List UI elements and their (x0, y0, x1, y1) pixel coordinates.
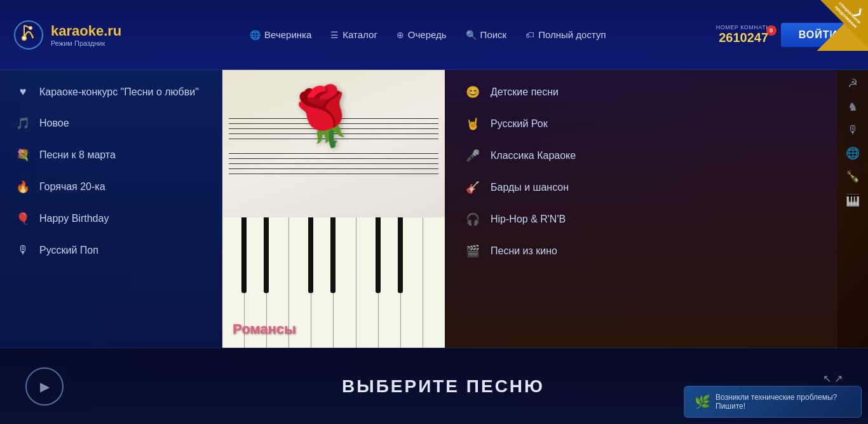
nav-label-search: Поиск (480, 29, 507, 40)
corner-banner: специальноепредложение ❯ (817, 0, 868, 51)
menu-item-label-contest: Караоке-конкурс "Песни о любви" (39, 86, 199, 98)
music-note-icon: 🎵 (15, 116, 31, 130)
guitar-icon: 🎸 (464, 181, 482, 195)
movie-icon: 🎬 (464, 244, 482, 258)
microphone-side-icon[interactable]: 🎙 (847, 123, 858, 137)
menu-item-hiphop[interactable]: 🎧 Hip-Hop & R'N'B (445, 203, 837, 235)
menu-item-new[interactable]: 🎵 Новое (0, 107, 222, 139)
nav-item-full-access[interactable]: 🏷 Полный доступ (526, 29, 606, 40)
right-menu: 😊 Детские песни 🤘 Русский Рок 🎤 Классика… (445, 70, 837, 348)
menu-item-russianrock[interactable]: 🤘 Русский Рок (445, 108, 837, 140)
catalog-icon: ☰ (330, 30, 339, 40)
navbar: karaoke.ru Режим Праздник 🌐 Вечеринка ☰ … (0, 0, 868, 70)
hiphop-icon: 🎧 (464, 212, 482, 226)
bottle-icon[interactable]: 🍾 (846, 170, 860, 184)
logo-title: karaoke.ru (51, 23, 121, 39)
fire-icon: 🔥 (15, 180, 31, 194)
center-image: 🌹 Ром (222, 70, 445, 348)
classics-icon: 🎤 (464, 149, 482, 163)
logo-icon (13, 19, 44, 51)
right-menu-label-classics: Классика Караоке (491, 150, 576, 161)
left-menu: ♥ Караоке-конкурс "Песни о любви" 🎵 Ново… (0, 70, 222, 348)
room-label: НОМЕР КОМНАТЫ (716, 24, 771, 31)
menu-item-movies[interactable]: 🎬 Песни из кино (445, 235, 837, 267)
chess-piece-icon[interactable]: ♞ (848, 100, 858, 114)
play-button[interactable]: ▶ (25, 367, 64, 406)
support-chat-text: Возникли технические проблемы? Пишите! (715, 393, 851, 411)
nav-label-queue: Очередь (408, 29, 447, 40)
menu-item-label-hot20: Горячая 20-ка (39, 181, 105, 193)
support-chat[interactable]: 🌿 Возникли технические проблемы? Пишите! (684, 386, 862, 418)
side-strip: ☭ ♞ 🎙 🌐 🍾 🎹 (837, 70, 868, 348)
right-menu-label-russianrock: Русский Рок (491, 118, 548, 130)
center-label: Романсы (233, 321, 296, 338)
right-menu-label-kids: Детские песни (491, 86, 559, 98)
logo-area: karaoke.ru Режим Праздник (13, 19, 140, 51)
arrow-topleft-icon: ↖ (823, 373, 831, 385)
right-menu-label-hiphop: Hip-Hop & R'N'B (491, 214, 566, 225)
menu-item-label-new: Новое (39, 118, 69, 129)
svg-point-5 (30, 27, 32, 29)
logo-subtitle: Режим Праздник (51, 39, 121, 47)
menu-item-classics[interactable]: 🎤 Классика Караоке (445, 140, 837, 172)
svg-point-0 (15, 21, 43, 49)
menu-item-march8[interactable]: 💐 Песни к 8 марта (0, 139, 222, 171)
nav-label-full-access: Полный доступ (538, 29, 606, 40)
menu-item-hot20[interactable]: 🔥 Горячая 20-ка (0, 171, 222, 203)
arrow-topright-icon: ↗ (834, 373, 843, 385)
nav-items: 🌐 Вечеринка ☰ Каталог ⊕ Очередь 🔍 Поиск … (140, 29, 716, 40)
room-number-area: НОМЕР КОМНАТЫ 2610247 0 (716, 24, 771, 45)
menu-item-bards[interactable]: 🎸 Барды и шансон (445, 172, 837, 203)
nav-item-catalog[interactable]: ☰ Каталог (330, 29, 377, 40)
globe-side-icon[interactable]: 🌐 (846, 146, 860, 160)
mic-icon: 🎙 (15, 243, 31, 257)
flower-icon: 💐 (15, 148, 31, 162)
nav-item-party[interactable]: 🌐 Вечеринка (250, 29, 311, 40)
piano-icon[interactable]: 🎹 (846, 193, 860, 207)
menu-item-russianpop[interactable]: 🎙 Русский Поп (0, 235, 222, 266)
right-menu-label-bards: Барды и шансон (491, 182, 569, 193)
room-number: 2610247 0 (716, 31, 771, 45)
right-menu-label-movies: Песни из кино (491, 245, 557, 257)
leaf-icon: 🌿 (695, 394, 710, 409)
party-icon: 🌐 (250, 30, 261, 40)
kids-icon: 😊 (464, 85, 482, 99)
nav-label-party: Вечеринка (264, 29, 311, 40)
balloon-icon: 🎈 (15, 212, 31, 226)
nav-item-queue[interactable]: ⊕ Очередь (397, 29, 447, 40)
menu-item-kids[interactable]: 😊 Детские песни (445, 76, 837, 108)
nav-label-catalog: Каталог (342, 29, 377, 40)
menu-item-label-birthday: Happy Birthday (39, 213, 109, 224)
svg-point-6 (23, 37, 25, 39)
room-badge: 0 (766, 25, 776, 36)
menu-item-contest[interactable]: ♥ Караоке-конкурс "Песни о любви" (0, 76, 222, 107)
main-content: ♥ Караоке-конкурс "Песни о любви" 🎵 Ново… (0, 70, 868, 348)
queue-icon: ⊕ (397, 30, 404, 40)
play-icon: ▶ (40, 379, 50, 394)
menu-item-label-russianpop: Русский Поп (39, 245, 98, 256)
nav-item-search[interactable]: 🔍 Поиск (466, 29, 507, 40)
logo-text: karaoke.ru Режим Праздник (51, 23, 121, 47)
tag-icon: 🏷 (526, 30, 534, 40)
search-icon: 🔍 (466, 30, 477, 40)
menu-item-birthday[interactable]: 🎈 Happy Birthday (0, 203, 222, 235)
heart-icon: ♥ (15, 85, 31, 99)
rock-icon: 🤘 (464, 117, 482, 131)
menu-item-label-march8: Песни к 8 марта (39, 149, 116, 161)
hammer-sickle-icon[interactable]: ☭ (848, 76, 858, 90)
